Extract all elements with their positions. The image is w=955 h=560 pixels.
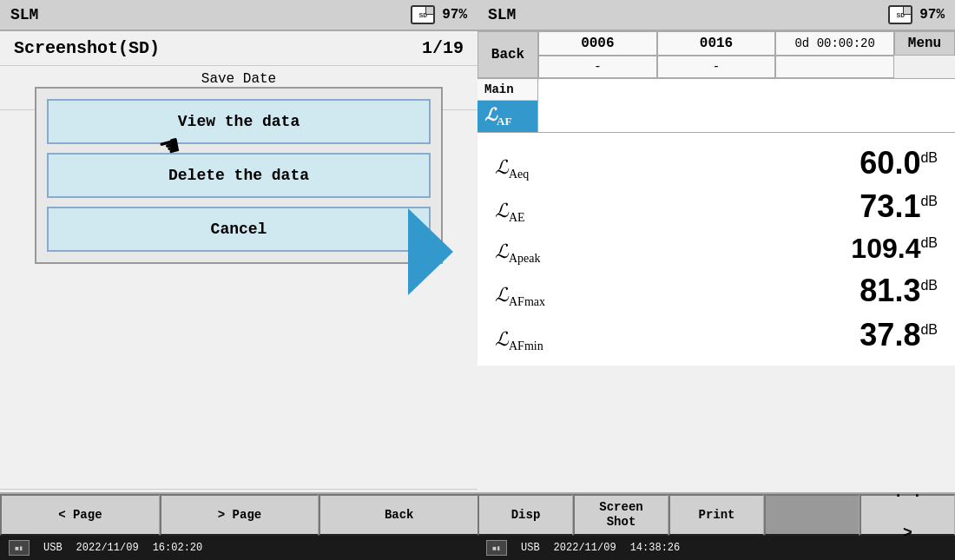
cancel-button[interactable]: Cancel xyxy=(47,207,431,252)
main-laf-cell: Main ℒAF xyxy=(478,79,538,132)
next-page-button[interactable]: > Page xyxy=(160,494,319,536)
page-counter: 1/19 xyxy=(422,38,464,58)
print-button[interactable]: Print xyxy=(668,494,764,536)
right-status-date: 2022/11/09 xyxy=(554,542,616,554)
lafmax-value: 81.3dB xyxy=(860,273,938,309)
gray-button[interactable] xyxy=(764,494,860,536)
measurements-area: ℒAeq 60.0dB ℒAE 73.1dB ℒApeak 109.4dB ℒA… xyxy=(478,133,955,366)
main-label: Main xyxy=(478,79,537,101)
lapeak-value: 109.4dB xyxy=(851,233,938,265)
lafmin-value: 37.8dB xyxy=(860,317,938,353)
transition-arrow xyxy=(408,208,453,300)
screenshot-button[interactable]: ScreenShot xyxy=(573,494,668,536)
prev-page-button[interactable]: < Page xyxy=(0,494,160,536)
disp-button[interactable]: Disp xyxy=(478,494,573,536)
laf-label: ℒAF xyxy=(478,101,537,132)
left-status-strip: ■▮ USB 2022/11/09 16:02:20 xyxy=(0,536,478,560)
delete-data-button[interactable]: Delete the data xyxy=(47,153,431,198)
laeq-label: ℒAeq xyxy=(495,156,616,181)
main-laf-row: Main ℒAF xyxy=(478,79,955,133)
left-usb-label: USB xyxy=(43,542,63,554)
more-button[interactable]: · ·> xyxy=(860,494,955,536)
right-status-strip: ■▮ USB 2022/11/09 14:38:26 xyxy=(478,536,955,560)
grid-dash2: - xyxy=(657,56,776,78)
grid-empty xyxy=(775,56,894,78)
screen-title-bar: Screenshot(SD) 1/19 xyxy=(0,31,478,66)
lae-label: ℒAE xyxy=(495,200,616,225)
bottom-nav: < Page > Page Back xyxy=(0,492,478,536)
menu-button[interactable]: Menu xyxy=(894,31,955,56)
svg-marker-0 xyxy=(408,208,453,295)
left-battery: 97% xyxy=(442,7,467,23)
view-data-button[interactable]: View the data xyxy=(47,99,431,144)
left-device-icon: ■▮ xyxy=(9,540,30,556)
laeq-value: 60.0dB xyxy=(860,145,938,181)
back-button-right[interactable]: Back xyxy=(478,31,538,78)
left-status-date: 2022/11/09 xyxy=(76,542,139,554)
right-device-icon: ■▮ xyxy=(486,540,507,556)
left-sd-icon: SD xyxy=(411,5,435,24)
right-slm-title: SLM xyxy=(488,6,516,23)
laf-sub: AF xyxy=(497,115,511,128)
grid-time: 0d 00:00:20 xyxy=(775,31,894,56)
right-sd-icon: SD xyxy=(888,5,912,24)
measure-row-lafmax: ℒAFmax 81.3dB xyxy=(495,269,938,313)
grid-dash1: - xyxy=(538,56,657,78)
measure-row-lafmin: ℒAFmin 37.8dB xyxy=(495,313,938,357)
right-status-time: 14:38:26 xyxy=(630,542,681,554)
save-date-label: Save Date xyxy=(0,71,478,87)
left-header: SLM SD 97% xyxy=(0,0,478,31)
left-status-time: 16:02:20 xyxy=(153,542,203,554)
measure-row-lapeak: ℒApeak 109.4dB xyxy=(495,229,938,269)
right-main-area-empty xyxy=(538,79,955,132)
back-button-left[interactable]: Back xyxy=(319,494,478,536)
right-usb-label: USB xyxy=(521,542,540,554)
right-battery: 97% xyxy=(919,7,945,23)
lae-value: 73.1dB xyxy=(860,188,938,225)
data-grid: Back 0006 0016 0d 00:00:20 Menu - - xyxy=(478,31,955,79)
measure-row-lae: ℒAE 73.1dB xyxy=(495,185,938,228)
left-slm-title: SLM xyxy=(10,6,38,23)
right-header: SLM SD 97% xyxy=(478,0,955,31)
lafmax-label: ℒAFmax xyxy=(495,284,616,309)
right-toolbar: Disp ScreenShot Print · ·> xyxy=(478,492,955,536)
grid-num1: 0006 xyxy=(538,31,657,56)
screen-title: Screenshot(SD) xyxy=(14,38,160,58)
grid-num2: 0016 xyxy=(657,31,776,56)
lafmin-label: ℒAFmin xyxy=(495,328,616,353)
lapeak-label: ℒApeak xyxy=(495,240,616,266)
measure-row-laeq: ℒAeq 60.0dB xyxy=(495,142,938,185)
dialog-overlay: View the data Delete the data Cancel xyxy=(35,87,443,264)
